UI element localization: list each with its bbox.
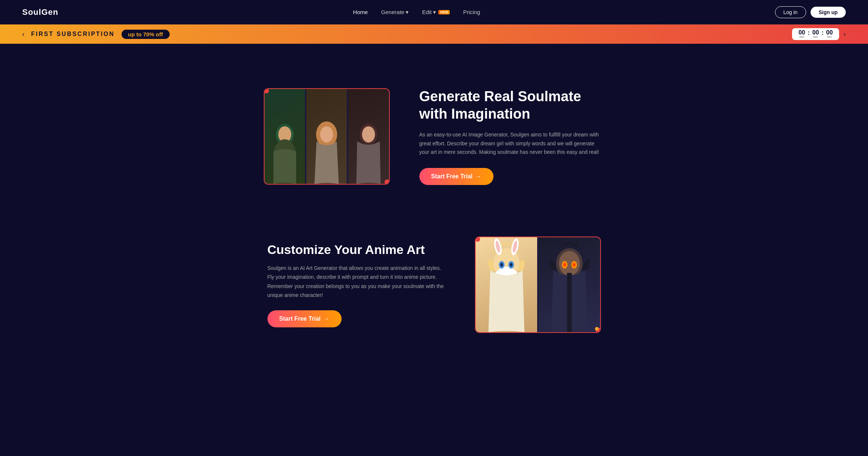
countdown-sep-2: :	[822, 30, 824, 36]
anime-image-collage	[475, 237, 601, 333]
hero-person-2-svg	[306, 119, 347, 184]
brand-logo[interactable]: SoulGen	[22, 7, 58, 17]
chevron-down-icon: ▾	[406, 9, 409, 16]
hero-panel-2	[306, 89, 347, 184]
promo-discount-badge: up to 70% off	[122, 30, 170, 39]
nav-item-generate[interactable]: Generate ▾	[381, 9, 409, 16]
svg-point-16	[500, 263, 503, 267]
hero-title: Generate Real Soulmate with Imagination	[419, 88, 605, 123]
svg-point-22	[563, 263, 566, 267]
anime-description: Soulgen is an AI Art Generator that allo…	[267, 264, 445, 300]
hero-image-collage	[264, 88, 390, 185]
promo-right: 00 Min : 00 Sec : 00 MS ›	[792, 28, 846, 40]
anime-panel-2	[539, 237, 600, 332]
svg-point-4	[320, 126, 333, 143]
hero-description: As an easy-to-use AI Image Generator, So…	[419, 130, 605, 157]
countdown-ms: 00 MS	[825, 30, 834, 39]
anime-girl-2-svg	[539, 237, 600, 332]
nav-links: Home Generate ▾ Edit ▾ NEW Pricing	[353, 9, 480, 16]
chevron-down-icon: ▾	[433, 9, 436, 16]
anime-content: Customize Your Anime Art Soulgen is an A…	[267, 242, 445, 327]
nav-item-edit[interactable]: Edit ▾ NEW	[422, 9, 450, 16]
countdown-timer: 00 Min : 00 Sec : 00 MS	[792, 28, 839, 40]
hero-panel-1	[265, 89, 305, 184]
anime-girl-1-svg	[476, 237, 537, 332]
svg-point-23	[572, 263, 575, 267]
countdown-sep-1: :	[808, 30, 809, 36]
login-button[interactable]: Log in	[775, 6, 806, 18]
promo-banner: ‹ FIRST SUBSCRIPTION up to 70% off 00 Mi…	[0, 24, 868, 44]
new-badge: NEW	[438, 10, 450, 14]
navbar: SoulGen Home Generate ▾ Edit ▾ NEW Prici…	[0, 0, 868, 24]
promo-main-text: FIRST SUBSCRIPTION	[31, 31, 115, 37]
countdown-seconds: 00 Sec	[811, 30, 820, 39]
navbar-actions: Log in Sign up	[775, 6, 846, 18]
hero-section: Generate Real Soulmate with Imagination …	[0, 44, 868, 222]
nav-item-pricing[interactable]: Pricing	[463, 9, 480, 15]
hero-person-3-svg	[348, 119, 389, 184]
nav-item-home[interactable]: Home	[353, 9, 368, 15]
hero-panel-3	[348, 89, 389, 184]
anime-title: Customize Your Anime Art	[267, 242, 445, 257]
anime-trial-button[interactable]: Start Free Trial →	[267, 310, 342, 327]
arrow-right-icon: →	[476, 173, 482, 180]
anime-dot-decoration	[595, 327, 599, 331]
anime-panel-1	[476, 237, 537, 332]
signup-button[interactable]: Sign up	[811, 7, 846, 18]
hero-person-1-svg	[265, 119, 305, 184]
anime-section: Customize Your Anime Art Soulgen is an A…	[0, 222, 868, 363]
hero-content: Generate Real Soulmate with Imagination …	[419, 88, 605, 185]
countdown-minutes: 00 Min	[797, 30, 806, 39]
arrow-right-icon-2: →	[324, 315, 330, 322]
hero-trial-button[interactable]: Start Free Trial →	[419, 168, 493, 185]
promo-left: ‹ FIRST SUBSCRIPTION up to 70% off	[22, 30, 170, 39]
promo-arrow-right[interactable]: ›	[844, 30, 846, 38]
promo-arrow-left[interactable]: ‹	[22, 30, 24, 38]
svg-point-17	[509, 263, 512, 267]
svg-point-7	[362, 126, 375, 143]
